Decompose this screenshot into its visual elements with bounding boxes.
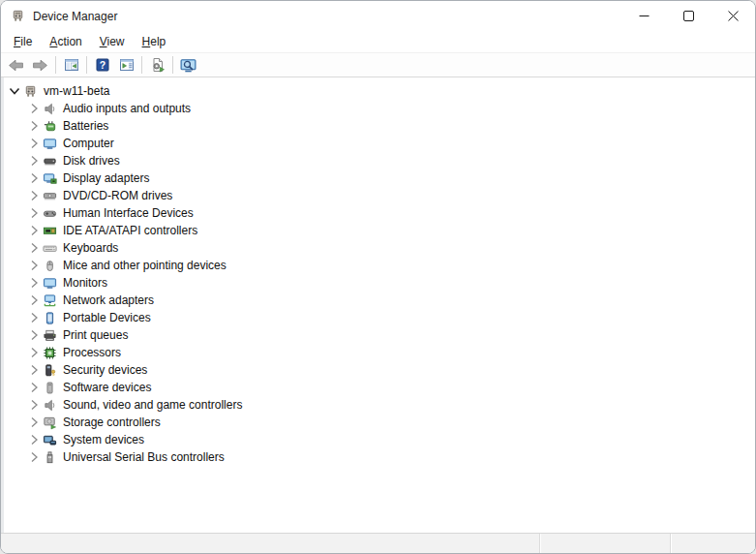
chevron-right-icon[interactable] <box>25 415 42 430</box>
chevron-right-icon[interactable] <box>25 118 42 134</box>
chevron-right-icon[interactable] <box>25 153 42 169</box>
chevron-right-icon[interactable] <box>25 101 42 116</box>
maximize-icon <box>683 11 694 21</box>
tree-item-label: Keyboards <box>60 241 121 255</box>
tree-item-network-adapters[interactable]: Network adapters <box>25 292 755 309</box>
toolbar-separator <box>172 56 173 74</box>
status-section-middle <box>539 534 670 553</box>
toolbar-separator <box>55 56 56 74</box>
tree-item-mice-and-other-pointing-devices[interactable]: Mice and other pointing devices <box>25 257 755 274</box>
chevron-right-icon[interactable] <box>25 310 42 325</box>
minimize-button[interactable] <box>621 1 666 31</box>
tree-item-batteries[interactable]: Batteries <box>25 117 755 135</box>
speaker-icon <box>42 101 58 116</box>
computer-icon <box>42 136 58 151</box>
chevron-right-icon[interactable] <box>25 292 42 308</box>
chevron-down-icon[interactable] <box>6 83 22 99</box>
console-tree-pane: vm-w11-betaAudio inputs and outputsBatte… <box>1 77 755 533</box>
toolbar-separator <box>141 56 142 74</box>
close-icon <box>728 11 739 21</box>
tree-item-processors[interactable]: Processors <box>25 344 755 361</box>
show-hide-action-pane-button[interactable] <box>114 54 138 76</box>
portable-device-icon <box>42 310 58 325</box>
chevron-right-icon[interactable] <box>25 188 42 203</box>
chevron-right-icon[interactable] <box>25 449 42 465</box>
help-button[interactable]: ? <box>90 54 114 76</box>
tree-item-software-devices[interactable]: Software devices <box>25 379 755 396</box>
printer-icon <box>42 327 58 343</box>
chevron-right-icon[interactable] <box>25 205 42 221</box>
menu-file[interactable]: File <box>5 32 41 51</box>
chevron-right-icon[interactable] <box>25 258 42 273</box>
tree-item-label: DVD/CD-ROM drives <box>60 189 175 202</box>
computer-search-icon <box>180 57 197 74</box>
usb-icon <box>42 449 58 465</box>
toolbar: ? <box>1 53 755 77</box>
tree-item-label: Human Interface Devices <box>60 206 197 220</box>
tree-item-dvd-cd-rom-drives[interactable]: DVD/CD-ROM drives <box>25 187 755 204</box>
chevron-right-icon[interactable] <box>25 432 42 447</box>
software-device-icon <box>42 380 58 395</box>
processor-icon <box>42 345 58 360</box>
device-search-button[interactable] <box>176 54 200 76</box>
chevron-right-icon[interactable] <box>25 170 42 186</box>
chevron-right-icon[interactable] <box>25 397 42 413</box>
tree-item-label: Print queues <box>60 328 131 342</box>
tree-item-ide-ata-atapi-controllers[interactable]: IDE ATA/ATAPI controllers <box>25 222 755 239</box>
show-hide-console-tree-button[interactable] <box>59 54 83 76</box>
chevron-right-icon[interactable] <box>25 223 42 238</box>
tree-item-audio-inputs-and-outputs[interactable]: Audio inputs and outputs <box>25 100 755 117</box>
tree-item-label: Disk drives <box>60 154 123 168</box>
tree-item-vm-w11-beta[interactable]: vm-w11-beta <box>6 82 755 100</box>
tree-item-security-devices[interactable]: Security devices <box>25 361 755 379</box>
tree-item-monitors[interactable]: Monitors <box>25 274 755 292</box>
device-tree: vm-w11-betaAudio inputs and outputsBatte… <box>4 77 755 466</box>
forward-arrow-icon <box>32 57 48 74</box>
tree-item-universal-serial-bus-controllers[interactable]: Universal Serial Bus controllers <box>25 448 755 466</box>
maximize-button[interactable] <box>666 1 711 31</box>
action-pane-icon <box>119 57 135 73</box>
tree-item-print-queues[interactable]: Print queues <box>25 326 755 344</box>
chevron-right-icon[interactable] <box>25 136 42 151</box>
disk-drive-icon <box>42 153 58 169</box>
tree-item-computer[interactable]: Computer <box>25 135 755 152</box>
tree-item-label: Display adapters <box>60 171 152 185</box>
dvd-drive-icon <box>42 188 58 203</box>
chevron-right-icon[interactable] <box>25 240 42 256</box>
chevron-right-icon[interactable] <box>25 327 42 343</box>
gamepad-icon <box>42 205 58 221</box>
tree-item-keyboards[interactable]: Keyboards <box>25 239 755 257</box>
tree-item-display-adapters[interactable]: Display adapters <box>25 169 755 187</box>
battery-icon <box>42 118 58 134</box>
tree-item-storage-controllers[interactable]: Storage controllers <box>25 414 755 431</box>
menu-view[interactable]: View <box>91 32 134 51</box>
menu-action[interactable]: Action <box>41 32 90 51</box>
device-manager-icon <box>22 83 39 99</box>
keyboard-icon <box>42 240 58 256</box>
close-button[interactable] <box>711 1 755 31</box>
tree-item-label: Network adapters <box>60 293 157 307</box>
tree-item-label: Sound, video and game controllers <box>60 398 245 412</box>
menu-bar: FileActionViewHelp <box>1 31 755 53</box>
network-adapter-icon <box>42 292 58 308</box>
tree-item-label: Monitors <box>60 276 110 290</box>
menu-help[interactable]: Help <box>134 32 175 51</box>
chevron-right-icon[interactable] <box>25 275 42 291</box>
tree-item-label: Audio inputs and outputs <box>60 102 194 115</box>
chevron-right-icon[interactable] <box>25 362 42 378</box>
forward-button[interactable] <box>28 54 52 76</box>
tree-item-label: vm-w11-beta <box>41 84 112 98</box>
scan-for-hardware-changes-button[interactable] <box>145 54 169 76</box>
console-tree-icon <box>64 57 79 73</box>
security-device-icon <box>42 362 58 378</box>
help-icon: ? <box>95 57 110 73</box>
tree-item-human-interface-devices[interactable]: Human Interface Devices <box>25 204 755 222</box>
chevron-right-icon[interactable] <box>25 380 42 395</box>
tree-item-disk-drives[interactable]: Disk drives <box>25 152 755 169</box>
tree-item-portable-devices[interactable]: Portable Devices <box>25 309 755 326</box>
tree-item-system-devices[interactable]: System devices <box>25 431 755 448</box>
chevron-right-icon[interactable] <box>25 345 42 360</box>
tree-item-sound-video-and-game-controllers[interactable]: Sound, video and game controllers <box>25 396 755 414</box>
back-button[interactable] <box>4 54 28 76</box>
window-title: Device Manager <box>33 10 117 23</box>
